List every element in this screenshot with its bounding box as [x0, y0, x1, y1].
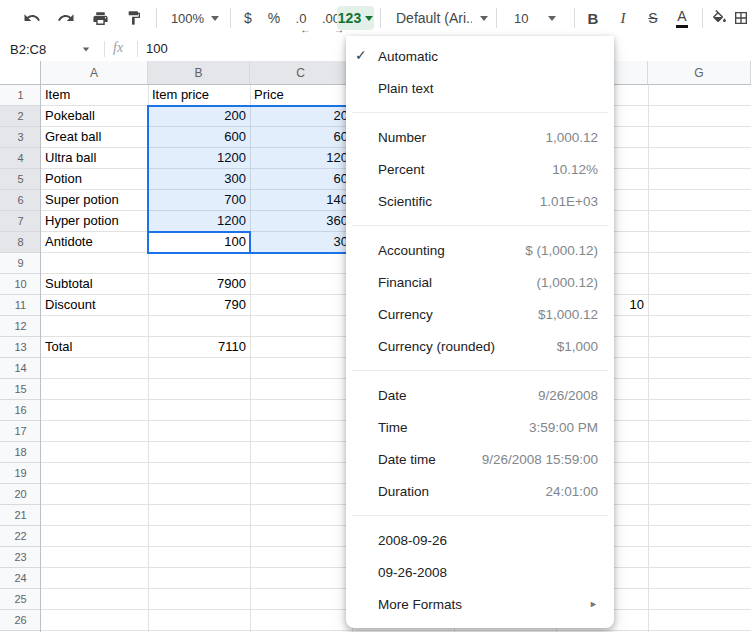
cell-A3[interactable]: Great ball [42, 127, 147, 147]
cell-B13[interactable]: 7110 [149, 337, 249, 357]
format-percent-button[interactable]: % [262, 5, 286, 31]
undo-button[interactable] [18, 5, 46, 31]
row-header-2[interactable]: 2 [0, 106, 41, 127]
row-header-7[interactable]: 7 [0, 211, 41, 232]
row-header-14[interactable]: 14 [0, 358, 41, 379]
row-header-18[interactable]: 18 [0, 442, 41, 463]
print-button[interactable] [86, 5, 114, 31]
row-header-21[interactable]: 21 [0, 505, 41, 526]
cell-A5[interactable]: Potion [42, 169, 147, 189]
cell-C4[interactable]: 120 [251, 148, 351, 168]
row-header-12[interactable]: 12 [0, 316, 41, 337]
row-header-8[interactable]: 8 [0, 232, 41, 253]
row-header-13[interactable]: 13 [0, 337, 41, 358]
menu-item-automatic[interactable]: ✓Automatic [346, 40, 614, 72]
column-header-G[interactable]: G [648, 61, 751, 85]
cell-A11[interactable]: Discount [42, 295, 147, 315]
menu-item-09-26-2008[interactable]: 09-26-2008 [346, 556, 614, 588]
cell-A1[interactable]: Item [42, 85, 147, 105]
paint-format-icon [126, 10, 142, 26]
fill-color-button[interactable] [706, 5, 732, 31]
menu-item-date[interactable]: Date9/26/2008 [346, 379, 614, 411]
row-header-16[interactable]: 16 [0, 400, 41, 421]
row-header-3[interactable]: 3 [0, 127, 41, 148]
cell-A10[interactable]: Subtotal [42, 274, 147, 294]
formula-input[interactable]: 100 [146, 41, 168, 56]
column-header-C[interactable]: C [250, 61, 352, 85]
cell-A13[interactable]: Total [42, 337, 147, 357]
cell-B4[interactable]: 1200 [149, 148, 249, 168]
row-header-6[interactable]: 6 [0, 190, 41, 211]
row-header-17[interactable]: 17 [0, 421, 41, 442]
cell-B7[interactable]: 1200 [149, 211, 249, 231]
cell-B2[interactable]: 200 [149, 106, 249, 126]
row-header-26[interactable]: 26 [0, 610, 41, 631]
cell-A8[interactable]: Antidote [42, 232, 147, 252]
menu-item-currency[interactable]: Currency$1,000.12 [346, 298, 614, 330]
row-header-22[interactable]: 22 [0, 526, 41, 547]
name-box[interactable]: B2:C8 [0, 37, 96, 61]
menu-item-accounting[interactable]: Accounting$ (1,000.12) [346, 234, 614, 266]
strikethrough-button[interactable]: S [640, 5, 666, 31]
row-header-11[interactable]: 11 [0, 295, 41, 316]
font-size-select[interactable]: 10 [502, 5, 566, 31]
row-header-25[interactable]: 25 [0, 589, 41, 610]
row-header-1[interactable]: 1 [0, 85, 41, 106]
menu-item-currency-rounded[interactable]: Currency (rounded)$1,000 [346, 330, 614, 362]
row-header-9[interactable]: 9 [0, 253, 41, 274]
row-header-24[interactable]: 24 [0, 568, 41, 589]
menu-item-scientific[interactable]: Scientific1.01E+03 [346, 185, 614, 217]
cell-C6[interactable]: 140 [251, 190, 351, 210]
redo-button[interactable] [52, 5, 80, 31]
borders-button[interactable] [731, 5, 751, 31]
zoom-select[interactable]: 100% [164, 5, 226, 31]
cell-B6[interactable]: 700 [149, 190, 249, 210]
menu-item-percent[interactable]: Percent10.12% [346, 153, 614, 185]
column-header-A[interactable]: A [41, 61, 148, 85]
menu-item-time[interactable]: Time3:59:00 PM [346, 411, 614, 443]
cell-B11[interactable]: 790 [149, 295, 249, 315]
column-header-B[interactable]: B [148, 61, 250, 85]
row-header-5[interactable]: 5 [0, 169, 41, 190]
cell-C5[interactable]: 60 [251, 169, 351, 189]
cell-B10[interactable]: 7900 [149, 274, 249, 294]
menu-item-2008-09-26[interactable]: 2008-09-26 [346, 524, 614, 556]
chevron-down-icon [83, 47, 89, 51]
cell-A4[interactable]: Ultra ball [42, 148, 147, 168]
row-header-19[interactable]: 19 [0, 463, 41, 484]
row-header-15[interactable]: 15 [0, 379, 41, 400]
menu-item-plain-text[interactable]: Plain text [346, 72, 614, 104]
font-select[interactable]: Default (Ari... [388, 5, 490, 31]
paint-format-button[interactable] [120, 5, 148, 31]
bold-button[interactable]: B [580, 5, 606, 31]
decrease-decimal-button[interactable]: .0 ← [288, 5, 314, 31]
menu-item-more-formats[interactable]: More Formats► [346, 588, 614, 620]
menu-item-duration[interactable]: Duration24:01:00 [346, 475, 614, 507]
cell-B5[interactable]: 300 [149, 169, 249, 189]
number-format-button[interactable]: 123 [337, 6, 374, 30]
cell-C3[interactable]: 60 [251, 127, 351, 147]
row-header-4[interactable]: 4 [0, 148, 41, 169]
menu-item-financial[interactable]: Financial(1,000.12) [346, 266, 614, 298]
menu-item-label: Date time [378, 452, 436, 467]
cell-C2[interactable]: 20 [251, 106, 351, 126]
cell-B8[interactable]: 100 [149, 232, 249, 252]
text-color-button[interactable]: A [668, 5, 696, 31]
cell-A6[interactable]: Super potion [42, 190, 147, 210]
cell-C7[interactable]: 360 [251, 211, 351, 231]
format-currency-button[interactable]: $ [236, 5, 260, 31]
cell-C1[interactable]: Price [251, 85, 351, 105]
cell-A7[interactable]: Hyper potion [42, 211, 147, 231]
grid-corner-box[interactable] [0, 61, 41, 85]
menu-item-number[interactable]: Number1,000.12 [346, 121, 614, 153]
cell-B1[interactable]: Item price [149, 85, 249, 105]
row-header-23[interactable]: 23 [0, 547, 41, 568]
number-format-label: 123 [338, 10, 361, 26]
cell-B3[interactable]: 600 [149, 127, 249, 147]
row-header-20[interactable]: 20 [0, 484, 41, 505]
row-header-10[interactable]: 10 [0, 274, 41, 295]
cell-A2[interactable]: Pokeball [42, 106, 147, 126]
cell-C8[interactable]: 30 [251, 232, 351, 252]
menu-item-date-time[interactable]: Date time9/26/2008 15:59:00 [346, 443, 614, 475]
italic-button[interactable]: I [610, 5, 636, 31]
